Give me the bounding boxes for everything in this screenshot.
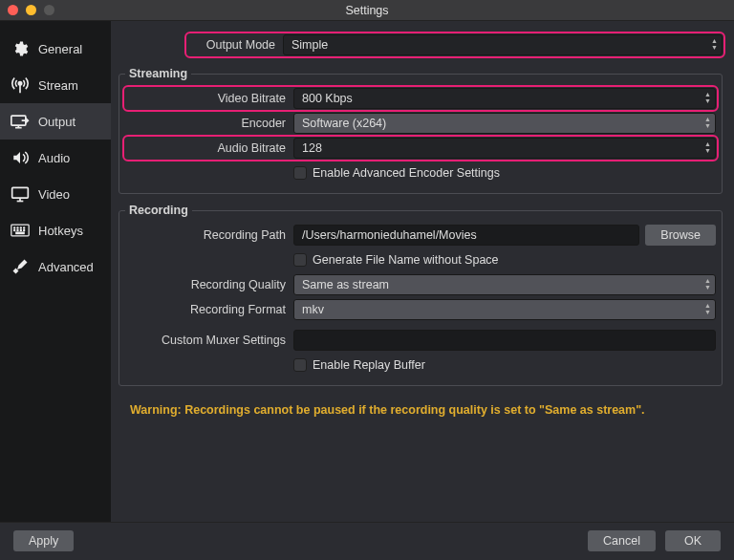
monitor-icon (10, 184, 31, 204)
updown-icon: ▲▼ (704, 302, 711, 315)
sidebar-item-label: Stream (38, 78, 78, 93)
svg-rect-5 (12, 187, 29, 198)
updown-icon: ▲▼ (704, 277, 711, 291)
advanced-encoder-text: Enable Advanced Encoder Settings (313, 166, 500, 180)
checkbox-icon (293, 358, 307, 372)
keyboard-icon (10, 221, 31, 240)
svg-point-13 (14, 229, 15, 230)
updown-icon: ▲▼ (704, 116, 711, 129)
minimize-icon[interactable] (26, 5, 36, 15)
sidebar: General Stream Output Audio Video (0, 21, 111, 522)
replay-buffer-checkbox[interactable]: Enable Replay Buffer (293, 358, 425, 372)
output-mode-select[interactable]: Simple ▲▼ (283, 34, 723, 55)
recording-path-value: /Users/harmonieduhamel/Movies (302, 228, 477, 242)
replay-checkbox-text: Enable Replay Buffer (313, 358, 425, 372)
sidebar-item-stream[interactable]: Stream (0, 67, 111, 103)
sidebar-item-label: Advanced (38, 260, 94, 274)
recording-quality-select[interactable]: Same as stream ▲▼ (293, 274, 716, 295)
sidebar-item-label: Video (38, 187, 70, 202)
sidebar-item-label: Hotkeys (38, 224, 83, 238)
video-bitrate-input[interactable]: 800 Kbps ▲▼ (293, 88, 716, 109)
muxer-label: Custom Muxer Settings (125, 334, 293, 347)
svg-point-9 (14, 227, 15, 228)
output-mode-row: Output Mode Simple ▲▼ (187, 34, 723, 55)
updown-icon: ▲▼ (704, 140, 711, 154)
recording-format-select[interactable]: mkv ▲▼ (293, 299, 716, 320)
svg-point-0 (18, 82, 21, 85)
antenna-icon (10, 75, 31, 95)
sidebar-item-label: Output (38, 115, 76, 129)
updown-icon: ▲▼ (711, 37, 718, 51)
replay-row: Enable Replay Buffer (125, 355, 716, 376)
streaming-legend: Streaming (125, 67, 191, 80)
svg-point-11 (20, 227, 21, 228)
filename-without-space-checkbox[interactable]: Generate File Name without Space (293, 253, 499, 267)
encoder-row: Encoder Software (x264) ▲▼ (125, 113, 716, 134)
main-area: General Stream Output Audio Video (0, 21, 734, 522)
close-icon[interactable] (8, 5, 18, 15)
encoder-select[interactable]: Software (x264) ▲▼ (293, 113, 716, 134)
output-mode-value: Simple (291, 38, 328, 52)
maximize-icon (44, 5, 54, 15)
audio-bitrate-row: Audio Bitrate 128 ▲▼ (125, 138, 716, 159)
warning-text: Warning: Recordings cannot be paused if … (119, 396, 723, 420)
recording-legend: Recording (125, 204, 192, 217)
content-pane: Output Mode Simple ▲▼ Streaming Video Bi… (111, 21, 734, 522)
window-title: Settings (345, 4, 388, 17)
tools-icon (10, 257, 31, 276)
filename-row: Generate File Name without Space (125, 249, 716, 270)
svg-point-16 (24, 229, 25, 230)
cancel-button[interactable]: Cancel (588, 530, 656, 551)
ok-button[interactable]: OK (665, 530, 721, 551)
footer: Apply Cancel OK (0, 522, 734, 558)
svg-point-10 (17, 227, 18, 228)
recording-quality-row: Recording Quality Same as stream ▲▼ (125, 274, 716, 295)
encoder-label: Encoder (125, 117, 293, 130)
recording-path-label: Recording Path (125, 228, 293, 242)
audio-bitrate-label: Audio Bitrate (125, 141, 293, 155)
gear-icon (10, 39, 31, 58)
audio-bitrate-select[interactable]: 128 ▲▼ (293, 138, 716, 159)
streaming-group: Streaming Video Bitrate 800 Kbps ▲▼ Enco… (119, 67, 723, 194)
svg-point-12 (24, 227, 25, 228)
sidebar-item-general[interactable]: General (0, 31, 111, 67)
video-bitrate-label: Video Bitrate (125, 92, 293, 105)
sidebar-item-audio[interactable]: Audio (0, 140, 111, 176)
sidebar-item-output[interactable]: Output (0, 103, 111, 140)
browse-button[interactable]: Browse (645, 225, 716, 246)
speaker-icon (10, 148, 31, 167)
sidebar-item-hotkeys[interactable]: Hotkeys (0, 212, 111, 248)
video-bitrate-value: 800 Kbps (302, 92, 353, 105)
window-controls (8, 5, 54, 15)
recording-format-row: Recording Format mkv ▲▼ (125, 299, 716, 320)
svg-point-15 (20, 229, 21, 230)
video-bitrate-row: Video Bitrate 800 Kbps ▲▼ (125, 88, 716, 109)
monitor-arrow-icon (10, 112, 31, 131)
advanced-encoder-checkbox[interactable]: Enable Advanced Encoder Settings (293, 166, 500, 180)
sidebar-item-advanced[interactable]: Advanced (0, 248, 111, 285)
recording-format-label: Recording Format (125, 303, 293, 316)
filename-checkbox-text: Generate File Name without Space (313, 253, 499, 267)
titlebar: Settings (0, 0, 734, 21)
advanced-encoder-row: Enable Advanced Encoder Settings (125, 162, 716, 183)
svg-rect-17 (16, 232, 24, 234)
sidebar-item-video[interactable]: Video (0, 176, 111, 212)
encoder-value: Software (x264) (302, 117, 386, 130)
svg-point-14 (17, 229, 18, 230)
output-mode-label: Output Mode (187, 38, 283, 52)
muxer-input[interactable] (293, 330, 716, 351)
sidebar-item-label: General (38, 42, 82, 56)
updown-icon[interactable]: ▲▼ (704, 91, 711, 104)
recording-format-value: mkv (302, 303, 324, 316)
checkbox-icon (293, 166, 307, 180)
recording-group: Recording Recording Path /Users/harmonie… (119, 204, 723, 386)
sidebar-item-label: Audio (38, 151, 70, 165)
audio-bitrate-value: 128 (302, 141, 322, 155)
recording-path-input[interactable]: /Users/harmonieduhamel/Movies (293, 225, 639, 246)
checkbox-icon (293, 253, 307, 267)
muxer-row: Custom Muxer Settings (125, 330, 716, 351)
recording-quality-value: Same as stream (302, 278, 389, 291)
apply-button[interactable]: Apply (13, 530, 74, 551)
recording-quality-label: Recording Quality (125, 278, 293, 291)
recording-path-row: Recording Path /Users/harmonieduhamel/Mo… (125, 225, 716, 246)
